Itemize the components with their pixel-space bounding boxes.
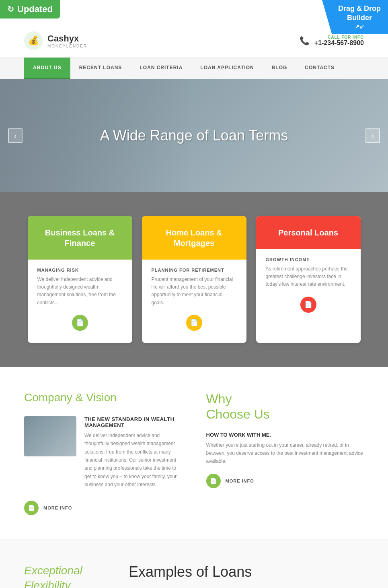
why-more-info-label: MORE INFO [226, 479, 254, 483]
card-home: Home Loans & Mortgages PLANNING FOR RETI… [142, 216, 246, 343]
card-personal-body: GROWTH INCOME As retirement approaches p… [256, 249, 361, 325]
logo-name: Cashyx [47, 33, 87, 44]
updated-badge: ↻ Updated [0, 0, 60, 19]
exceptional-title: Exceptional Flexibility [24, 563, 105, 588]
card-business-icon-btn[interactable]: 📄 [72, 315, 88, 331]
bottom-header: Exceptional Flexibility Examples of Loan… [24, 563, 364, 588]
company-more-info-icon[interactable]: 📄 [24, 501, 39, 515]
drag-drop-badge: Drag & DropBuilder ↗↙ [322, 0, 388, 34]
card-home-title: Home Loans & Mortgages [166, 228, 222, 248]
card-personal-header: Personal Loans [256, 216, 361, 249]
top-badges-area: ↻ Updated Drag & DropBuilder ↗↙ [0, 0, 388, 24]
cards-section: Business Loans & Finance MANAGING RISK W… [0, 192, 388, 367]
company-left: Company & Vision THE NEW STANDARD IN WEA… [24, 391, 182, 516]
company-more-info-label: MORE INFO [43, 505, 72, 510]
card-home-body: PLANNING FOR RETIREMENT Prudent manageme… [142, 260, 246, 343]
nav-item-contacts[interactable]: CONTACTS [296, 58, 343, 79]
card-personal: Personal Loans GROWTH INCOME As retireme… [256, 216, 361, 343]
card-personal-icon-btn[interactable]: 📄 [300, 297, 316, 313]
contact-text: CALL FOR INFO +1-234-567-8900 [314, 35, 364, 47]
nav-item-criteria[interactable]: LOAN CRITERIA [131, 58, 191, 79]
how-title: HOW TO WORK WITH ME. [206, 432, 364, 438]
card-business: Business Loans & Finance MANAGING RISK W… [28, 216, 132, 343]
company-image [24, 416, 76, 456]
nav-item-about[interactable]: ABOUT US [24, 58, 70, 79]
bottom-section: Exceptional Flexibility Examples of Loan… [0, 539, 388, 588]
phone-number: +1-234-567-8900 [314, 39, 364, 47]
examples-title: Examples of Loans [129, 563, 364, 588]
card-business-section-title: MANAGING RISK [37, 268, 123, 272]
company-text-block: THE NEW STANDARD IN WEALTH MANAGEMENT We… [84, 416, 182, 489]
site-header: 💰 Cashyx MONEYLENDER 📞 CALL FOR INFO +1-… [0, 24, 388, 58]
company-title-colored: Company [24, 391, 72, 404]
why-more-info-icon[interactable]: 📄 [206, 474, 221, 488]
why-description: Whether you're just starting out in your… [206, 441, 364, 466]
nav-item-application[interactable]: LOAN APPLICATION [191, 58, 263, 79]
drag-drop-label: Drag & DropBuilder [338, 4, 381, 22]
company-description: We deliver independent advice and though… [84, 431, 182, 489]
card-home-text: Prudent management of your financial lif… [152, 276, 237, 307]
drag-icon: ↗↙ [338, 23, 381, 30]
logo-text: Cashyx MONEYLENDER [47, 33, 87, 48]
nav-item-blog[interactable]: BLOG [263, 58, 296, 79]
why-section: WhyChoose Us HOW TO WORK WITH ME. Whethe… [206, 391, 364, 516]
card-personal-section-title: GROWTH INCOME [266, 257, 351, 262]
main-nav: ABOUT US RECENT LOANS LOAN CRITERIA LOAN… [0, 58, 388, 79]
why-more-info-row: 📄 MORE INFO [206, 474, 364, 488]
call-label: CALL FOR INFO [314, 35, 364, 39]
logo-icon: 💰 [24, 31, 43, 50]
hero-title: A Wide Range of Loan Terms [100, 126, 288, 145]
contact-info: 📞 CALL FOR INFO +1-234-567-8900 [300, 35, 364, 47]
company-content: THE NEW STANDARD IN WEALTH MANAGEMENT We… [24, 416, 182, 489]
card-business-header: Business Loans & Finance [28, 216, 132, 260]
logo: 💰 Cashyx MONEYLENDER [24, 31, 87, 50]
card-personal-text: As retirement approaches perhaps the gre… [266, 265, 351, 289]
company-img-placeholder [24, 416, 76, 456]
hero-next-button[interactable]: › [365, 128, 380, 143]
card-home-header: Home Loans & Mortgages [142, 216, 246, 260]
card-business-title: Business Loans & Finance [45, 228, 115, 248]
why-title: WhyChoose Us [206, 391, 364, 422]
hero-section: ‹ A Wide Range of Loan Terms › [0, 79, 388, 192]
phone-icon: 📞 [300, 36, 310, 45]
card-home-icon-btn[interactable]: 📄 [186, 315, 202, 331]
card-home-section-title: PLANNING FOR RETIREMENT [152, 268, 237, 272]
card-business-text: We deliver independent advice and though… [37, 276, 123, 307]
updated-label: Updated [17, 4, 53, 14]
hero-prev-button[interactable]: ‹ [8, 128, 23, 143]
card-business-body: MANAGING RISK We deliver independent adv… [28, 260, 132, 343]
company-title: Company & Vision [24, 391, 182, 404]
card-personal-title: Personal Loans [278, 228, 338, 237]
refresh-icon: ↻ [7, 4, 14, 14]
logo-subtitle: MONEYLENDER [47, 44, 87, 48]
nav-item-recent[interactable]: RECENT LOANS [70, 58, 131, 79]
hero-content: A Wide Range of Loan Terms [100, 126, 288, 145]
company-section: Company & Vision THE NEW STANDARD IN WEA… [0, 367, 388, 540]
company-more-info-row: 📄 MORE INFO [24, 501, 182, 515]
company-title-rest: & Vision [76, 391, 117, 404]
company-subtitle: THE NEW STANDARD IN WEALTH MANAGEMENT [84, 416, 182, 428]
